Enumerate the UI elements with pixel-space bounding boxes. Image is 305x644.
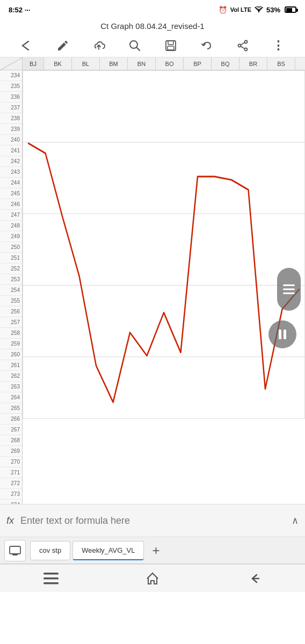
svg-rect-16 [283,292,295,294]
col-header-BJ: BJ [23,57,44,70]
col-header-BO: BO [156,57,184,70]
row-header-253: 253 [0,274,22,285]
undo-icon[interactable] [198,37,215,54]
row-header-260: 260 [0,349,22,360]
row-header-257: 257 [0,317,22,328]
grid-area: BJBKBLBMBNBOBPBQBRBSBTBUB Nov-23_Wk-4Nov… [23,57,305,504]
svg-point-0 [258,11,259,12]
search-icon[interactable] [126,37,143,54]
col-header-BQ: BQ [212,57,239,70]
row-header-248: 248 [0,221,22,231]
svg-rect-18 [43,573,59,575]
row-header-246: 246 [0,199,22,210]
status-bar: 8:52 ··· ⏰ Vol LTE 53% [0,0,305,19]
wifi-icon [255,6,263,14]
add-tab-button[interactable]: + [146,541,165,560]
row-header-241: 241 [0,145,22,156]
signal-text: Vol LTE [230,6,251,13]
col-header-BN: BN [128,57,156,70]
status-right: ⏰ Vol LTE 53% [219,6,296,14]
battery-icon [285,6,296,13]
toolbar: ⋮ [0,34,305,57]
row-header-247: 247 [0,210,22,221]
row-header-266: 266 [0,414,22,425]
svg-rect-13 [284,330,286,339]
row-header-236: 236 [0,92,22,103]
row-header-237: 237 [0,103,22,113]
battery-text: 53% [266,6,280,14]
back-button[interactable] [18,37,35,54]
corner-cell [0,57,22,70]
row-header-244: 244 [0,178,22,188]
spreadsheet: 2342352362372382392402412422432442452462… [0,57,305,504]
row-header-245: 245 [0,188,22,199]
col-header-BL: BL [72,57,100,70]
row-header-250: 250 [0,242,22,253]
formula-bar[interactable]: fx ∧ [0,504,305,537]
row-header-265: 265 [0,403,22,414]
row-header-263: 263 [0,382,22,392]
svg-rect-4 [168,46,174,50]
col-header-BK: BK [44,57,72,70]
cloud-upload-icon[interactable] [90,37,107,54]
title-bar: Ct Graph 08.04.24_revised-1 [0,19,305,34]
formula-collapse-icon[interactable]: ∧ [292,515,299,526]
row-header-242: 242 [0,156,22,167]
row-header-239: 239 [0,124,22,135]
row-header-270: 270 [0,457,22,467]
svg-rect-20 [43,582,59,584]
fx-label: fx [6,515,14,526]
row-header-271: 271 [0,467,22,478]
col-header-BR: BR [239,57,267,70]
row-header-234: 234 [0,70,22,81]
formula-input[interactable] [20,515,292,526]
share-icon[interactable] [234,37,251,54]
svg-rect-15 [283,289,295,290]
row-header-249: 249 [0,231,22,242]
row-headers: 2342352362372382392402412422432442452462… [0,57,23,504]
row-header-256: 256 [0,306,22,317]
pen-icon[interactable] [54,37,71,54]
svg-rect-19 [43,577,59,580]
tab-cov-stp[interactable]: cov stp [30,541,70,560]
row-header-254: 254 [0,285,22,296]
row-header-264: 264 [0,392,22,403]
svg-rect-14 [283,284,295,286]
float-menu-button[interactable] [277,268,301,311]
nav-back-icon[interactable] [243,568,265,589]
row-header-238: 238 [0,113,22,124]
bottom-rows [23,418,305,504]
row-header-235: 235 [0,81,22,92]
more-icon[interactable]: ⋮ [270,37,287,54]
row-header-272: 272 [0,478,22,489]
row-header-243: 243 [0,167,22,178]
row-header-268: 268 [0,435,22,446]
chart-area [23,70,305,429]
row-header-251: 251 [0,253,22,264]
nav-menu-icon[interactable] [40,568,62,589]
col-header-BT: BT [295,57,305,70]
row-header-262: 262 [0,371,22,382]
row-header-267: 267 [0,425,22,435]
status-time: 8:52 ··· [9,6,30,14]
svg-rect-3 [168,41,173,45]
row-header-240: 240 [0,135,22,145]
save-icon[interactable] [162,37,179,54]
row-header-258: 258 [0,328,22,339]
col-header-BP: BP [184,57,212,70]
document-title: Ct Graph 08.04.24_revised-1 [100,21,204,31]
col-headers: BJBKBLBMBNBOBPBQBRBSBTBUB [23,57,305,70]
alarm-icon: ⏰ [219,6,227,14]
row-header-274: 274 [0,500,22,504]
tab-screen-icon[interactable] [4,540,26,561]
svg-rect-17 [10,546,20,554]
row-header-255: 255 [0,296,22,306]
nav-home-icon[interactable] [142,568,163,589]
tab-weekly-avg-vl[interactable]: Weekly_AVG_VL [72,541,144,560]
col-header-BM: BM [100,57,128,70]
row-header-259: 259 [0,339,22,349]
row-header-273: 273 [0,489,22,500]
row-header-252: 252 [0,264,22,274]
pause-button[interactable] [268,320,296,348]
row-header-269: 269 [0,446,22,457]
